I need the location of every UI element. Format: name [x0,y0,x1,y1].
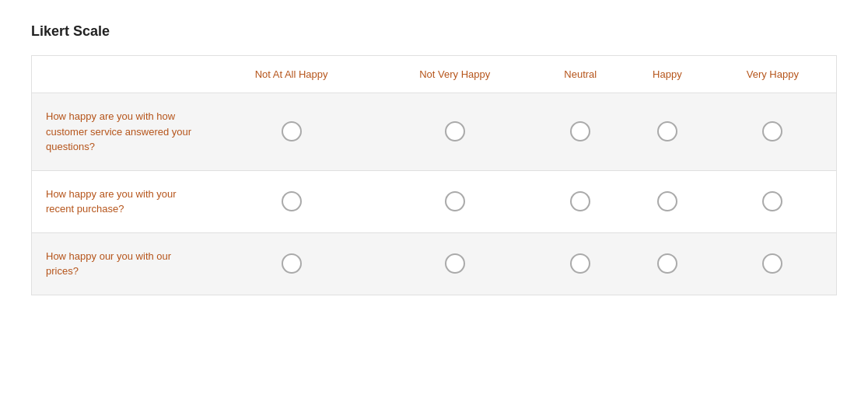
likert-scale-table: Not At All Happy Not Very Happy Neutral … [31,55,837,295]
table-row: How happy are you with your recent purch… [32,170,837,232]
radio-button-row3-col4[interactable] [657,253,677,274]
radio-button-row2-col3[interactable] [570,191,590,211]
question-cell: How happy are you with your recent purch… [32,170,209,232]
radio-cell-row1-col4 [625,93,709,171]
radio-button-row3-col5[interactable] [762,253,782,274]
radio-cell-row2-col3 [535,170,625,232]
page-title: Likert Scale [31,23,837,40]
radio-cell-row2-col2 [374,170,535,232]
radio-button-row3-col2[interactable] [445,253,465,274]
radio-button-row1-col3[interactable] [570,121,590,141]
header-col2: Not Very Happy [374,56,535,93]
header-col5: Very Happy [709,56,837,93]
radio-cell-row1-col5 [709,93,837,171]
radio-button-row2-col2[interactable] [445,191,465,211]
table-row: How happy are you with how customer serv… [32,93,837,171]
radio-button-row2-col5[interactable] [762,191,782,211]
radio-cell-row1-col1 [208,93,374,171]
radio-cell-row3-col5 [709,232,837,295]
table-row: How happy our you with our prices? [32,232,837,295]
header-col4: Happy [625,56,709,93]
radio-button-row1-col2[interactable] [445,121,465,141]
header-label [32,56,209,93]
header-col1: Not At All Happy [208,56,374,93]
radio-cell-row2-col4 [625,170,709,232]
radio-button-row3-col1[interactable] [282,253,302,274]
header-col3: Neutral [535,56,625,93]
radio-cell-row2-col5 [709,170,837,232]
radio-button-row2-col4[interactable] [657,191,677,211]
question-cell: How happy our you with our prices? [32,232,209,295]
radio-button-row3-col3[interactable] [570,253,590,274]
radio-cell-row2-col1 [208,170,374,232]
radio-cell-row3-col3 [535,232,625,295]
radio-cell-row3-col2 [374,232,535,295]
radio-button-row1-col4[interactable] [657,121,677,141]
question-cell: How happy are you with how customer serv… [32,93,209,171]
table-header-row: Not At All Happy Not Very Happy Neutral … [32,56,837,93]
radio-cell-row3-col4 [625,232,709,295]
radio-cell-row1-col3 [535,93,625,171]
radio-button-row2-col1[interactable] [282,191,302,211]
radio-cell-row1-col2 [374,93,535,171]
radio-button-row1-col5[interactable] [762,121,782,141]
radio-button-row1-col1[interactable] [282,121,302,141]
radio-cell-row3-col1 [208,232,374,295]
